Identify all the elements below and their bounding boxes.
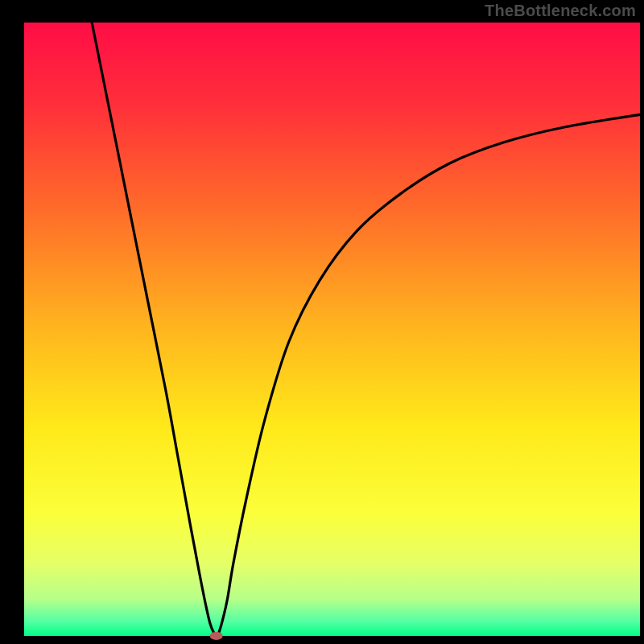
bottleneck-chart [0, 0, 644, 644]
chart-frame: TheBottleneck.com [0, 0, 644, 644]
minimum-marker [210, 632, 223, 640]
plot-background [24, 23, 640, 636]
watermark-text: TheBottleneck.com [485, 2, 636, 20]
